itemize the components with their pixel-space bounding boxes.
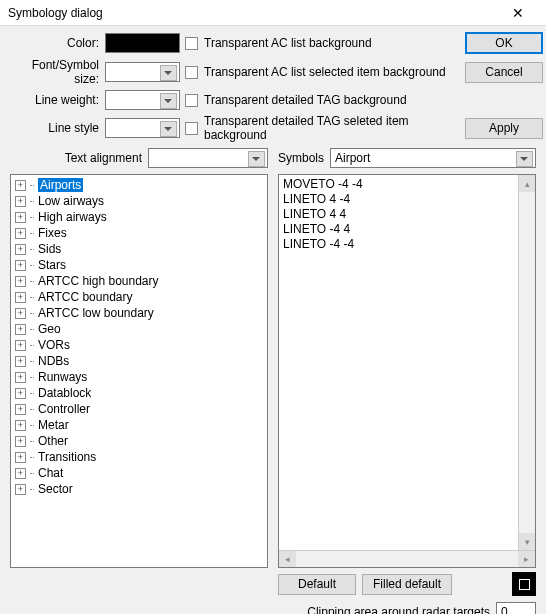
tree-connector [30,265,34,266]
scroll-down-icon[interactable]: ▾ [519,533,535,550]
tree-connector [30,361,34,362]
tree-connector [30,473,34,474]
tree-item[interactable]: +ARTCC high boundary [13,273,265,289]
tree-item[interactable]: +High airways [13,209,265,225]
cancel-button[interactable]: Cancel [465,62,543,83]
expand-icon[interactable]: + [15,484,26,495]
scroll-right-icon[interactable]: ▸ [518,551,535,567]
tree-connector [30,217,34,218]
tree-item[interactable]: +Datablock [13,385,265,401]
tree-item-label: VORs [38,338,70,352]
checkbox-2[interactable] [185,66,198,79]
tree-item[interactable]: +NDBs [13,353,265,369]
dialog-content: Color: Transparent AC list background OK… [0,26,546,614]
panels: +Airports+Low airways+High airways+Fixes… [10,174,536,568]
tree-item-label: High airways [38,210,107,224]
expand-icon[interactable]: + [15,228,26,239]
tree-item[interactable]: +Controller [13,401,265,417]
tree-item-label: Low airways [38,194,104,208]
lineweight-combo[interactable] [105,90,180,110]
window-title: Symbology dialog [8,6,498,20]
tree-item-label: Other [38,434,68,448]
tree-item[interactable]: +Fixes [13,225,265,241]
expand-icon[interactable]: + [15,180,26,191]
filled-default-button[interactable]: Filled default [362,574,452,595]
tree-panel[interactable]: +Airports+Low airways+High airways+Fixes… [10,174,268,568]
expand-icon[interactable]: + [15,212,26,223]
top-grid: Color: Transparent AC list background OK… [10,32,536,142]
expand-icon[interactable]: + [15,468,26,479]
expand-icon[interactable]: + [15,388,26,399]
tree-item-label: Geo [38,322,61,336]
ok-button[interactable]: OK [465,32,543,54]
tree-item[interactable]: +ARTCC low boundary [13,305,265,321]
expand-icon[interactable]: + [15,260,26,271]
tree-item-label: Chat [38,466,63,480]
tree-item[interactable]: +Airports [13,177,265,193]
tree-item-label: Fixes [38,226,67,240]
tree-item[interactable]: +Metar [13,417,265,433]
label-clipping: Clipping area around radar targets [307,605,490,614]
titlebar: Symbology dialog ✕ [0,0,546,26]
fontsize-combo[interactable] [105,62,180,82]
tree-item[interactable]: +ARTCC boundary [13,289,265,305]
expand-icon[interactable]: + [15,372,26,383]
expand-icon[interactable]: + [15,244,26,255]
tree-item[interactable]: +Stars [13,257,265,273]
tree-item[interactable]: +Geo [13,321,265,337]
expand-icon[interactable]: + [15,420,26,431]
tree-connector [30,393,34,394]
tree-connector [30,297,34,298]
expand-icon[interactable]: + [15,196,26,207]
tree-item[interactable]: +Transitions [13,449,265,465]
tree-item[interactable]: +Runways [13,369,265,385]
tree-connector [30,345,34,346]
expand-icon[interactable]: + [15,292,26,303]
chk-row-1: Transparent AC list background [185,36,465,50]
tree-connector [30,409,34,410]
checkbox-3[interactable] [185,94,198,107]
expand-icon[interactable]: + [15,308,26,319]
tree-item[interactable]: +Sector [13,481,265,497]
expand-icon[interactable]: + [15,324,26,335]
symbols-combo[interactable]: Airport [330,148,536,168]
label-color: Color: [10,36,105,50]
label-linestyle: Line style [10,121,105,135]
expand-icon[interactable]: + [15,452,26,463]
expand-icon[interactable]: + [15,436,26,447]
scroll-left-icon[interactable]: ◂ [279,551,296,567]
expand-icon[interactable]: + [15,276,26,287]
checkbox-4[interactable] [185,122,198,135]
code-scroll-h[interactable]: ◂ ▸ [279,550,535,567]
apply-button[interactable]: Apply [465,118,543,139]
scroll-up-icon[interactable]: ▴ [519,175,535,192]
symbols-combo-value: Airport [335,151,370,165]
checkbox-3-label: Transparent detailed TAG background [204,93,407,107]
tree-item-label: Airports [38,178,83,192]
linestyle-combo[interactable] [105,118,180,138]
clipping-input[interactable]: 0 [496,602,536,614]
expand-icon[interactable]: + [15,340,26,351]
text-alignment-combo[interactable] [148,148,268,168]
tree-item[interactable]: +Sids [13,241,265,257]
expand-icon[interactable]: + [15,356,26,367]
bottom-row-1: Default Filled default [10,572,536,596]
close-icon[interactable]: ✕ [498,0,538,26]
code-scroll-v[interactable]: ▴ ▾ [518,175,535,550]
bottom-row-2: Clipping area around radar targets 0 [10,602,536,614]
tree-item[interactable]: +Chat [13,465,265,481]
tree-item[interactable]: +Other [13,433,265,449]
color-swatch[interactable] [105,33,180,53]
code-line: LINETO 4 -4 [283,192,531,207]
tree-item[interactable]: +Low airways [13,193,265,209]
tree-item[interactable]: +VORs [13,337,265,353]
checkbox-1[interactable] [185,37,198,50]
default-button[interactable]: Default [278,574,356,595]
tree-item-label: Controller [38,402,90,416]
tree-item-label: Sector [38,482,73,496]
expand-icon[interactable]: + [15,404,26,415]
tree-connector [30,425,34,426]
code-panel[interactable]: MOVETO -4 -4LINETO 4 -4LINETO 4 4LINETO … [278,174,536,568]
code-line: LINETO 4 4 [283,207,531,222]
tree-item-label: Runways [38,370,87,384]
